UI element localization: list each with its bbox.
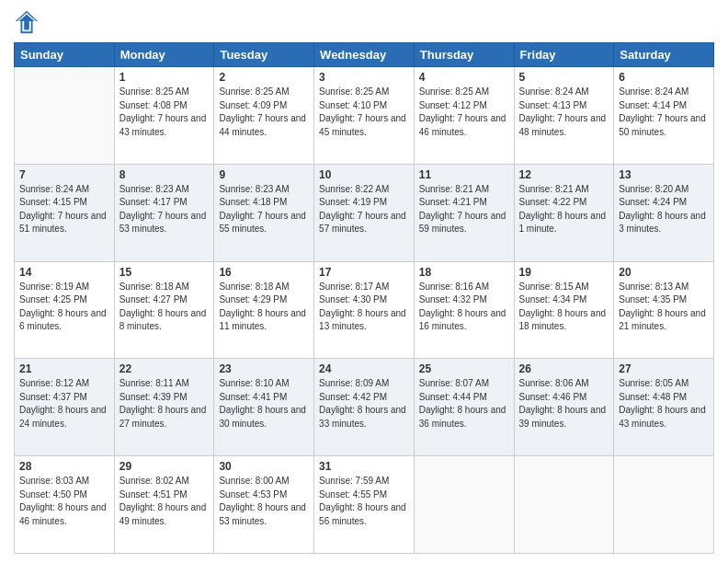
day-info: Sunrise: 8:02 AMSunset: 4:51 PMDaylight:… [119, 475, 210, 528]
calendar-cell: 3Sunrise: 8:25 AMSunset: 4:10 PMDaylight… [314, 67, 415, 165]
calendar-cell: 28Sunrise: 8:03 AMSunset: 4:50 PMDayligh… [15, 456, 115, 554]
day-info: Sunrise: 8:19 AMSunset: 4:25 PMDaylight:… [19, 281, 109, 334]
day-info: Sunrise: 8:17 AMSunset: 4:30 PMDaylight:… [319, 281, 409, 334]
header [14, 9, 714, 35]
calendar-cell: 7Sunrise: 8:24 AMSunset: 4:15 PMDaylight… [15, 164, 115, 261]
day-info: Sunrise: 8:10 AMSunset: 4:41 PMDaylight:… [219, 377, 309, 431]
day-info: Sunrise: 8:05 AMSunset: 4:48 PMDaylight:… [619, 377, 709, 431]
day-info: Sunrise: 8:20 AMSunset: 4:24 PMDaylight:… [619, 183, 709, 236]
day-number: 8 [119, 168, 210, 181]
calendar-table: SundayMondayTuesdayWednesdayThursdayFrid… [14, 42, 714, 554]
day-number: 13 [619, 168, 709, 181]
calendar-cell: 21Sunrise: 8:12 AMSunset: 4:37 PMDayligh… [15, 359, 115, 456]
day-number: 30 [219, 460, 309, 473]
calendar-cell: 12Sunrise: 8:21 AMSunset: 4:22 PMDayligh… [514, 164, 614, 261]
calendar-cell: 6Sunrise: 8:24 AMSunset: 4:14 PMDaylight… [614, 67, 714, 165]
calendar-cell [514, 456, 614, 554]
calendar-week-row: 14Sunrise: 8:19 AMSunset: 4:25 PMDayligh… [15, 261, 714, 359]
day-info: Sunrise: 8:07 AMSunset: 4:44 PMDaylight:… [419, 377, 509, 431]
calendar-cell: 5Sunrise: 8:24 AMSunset: 4:13 PMDaylight… [514, 67, 614, 165]
day-number: 10 [319, 168, 409, 181]
day-info: Sunrise: 8:03 AMSunset: 4:50 PMDaylight:… [19, 475, 109, 528]
day-number: 23 [219, 362, 309, 375]
calendar-cell: 14Sunrise: 8:19 AMSunset: 4:25 PMDayligh… [15, 261, 115, 359]
day-info: Sunrise: 8:00 AMSunset: 4:53 PMDaylight:… [219, 475, 309, 528]
day-info: Sunrise: 8:25 AMSunset: 4:08 PMDaylight:… [119, 86, 210, 139]
calendar-cell: 4Sunrise: 8:25 AMSunset: 4:12 PMDaylight… [414, 67, 514, 165]
calendar-header-row: SundayMondayTuesdayWednesdayThursdayFrid… [15, 43, 714, 67]
calendar-header-wednesday: Wednesday [314, 43, 415, 67]
day-info: Sunrise: 8:16 AMSunset: 4:32 PMDaylight:… [419, 281, 509, 334]
day-number: 9 [219, 168, 309, 181]
day-number: 28 [19, 460, 109, 473]
calendar-header-thursday: Thursday [414, 43, 514, 67]
day-number: 29 [119, 460, 210, 473]
calendar-week-row: 1Sunrise: 8:25 AMSunset: 4:08 PMDaylight… [15, 67, 714, 165]
day-info: Sunrise: 8:25 AMSunset: 4:12 PMDaylight:… [419, 86, 509, 139]
day-info: Sunrise: 8:06 AMSunset: 4:46 PMDaylight:… [519, 377, 609, 431]
calendar-cell: 15Sunrise: 8:18 AMSunset: 4:27 PMDayligh… [114, 261, 214, 359]
day-info: Sunrise: 8:25 AMSunset: 4:10 PMDaylight:… [319, 86, 409, 139]
calendar-cell: 19Sunrise: 8:15 AMSunset: 4:34 PMDayligh… [514, 261, 614, 359]
calendar-header-sunday: Sunday [15, 43, 115, 67]
calendar-cell: 26Sunrise: 8:06 AMSunset: 4:46 PMDayligh… [514, 359, 614, 456]
day-number: 14 [19, 266, 109, 279]
day-number: 12 [519, 168, 609, 181]
day-info: Sunrise: 8:18 AMSunset: 4:29 PMDaylight:… [219, 281, 309, 334]
calendar-header-monday: Monday [114, 43, 214, 67]
calendar-week-row: 28Sunrise: 8:03 AMSunset: 4:50 PMDayligh… [15, 456, 714, 554]
day-number: 25 [419, 362, 509, 375]
calendar-cell: 30Sunrise: 8:00 AMSunset: 4:53 PMDayligh… [214, 456, 314, 554]
calendar-cell: 9Sunrise: 8:23 AMSunset: 4:18 PMDaylight… [214, 164, 314, 261]
logo-icon [14, 9, 40, 35]
calendar-cell: 27Sunrise: 8:05 AMSunset: 4:48 PMDayligh… [614, 359, 714, 456]
calendar-cell: 1Sunrise: 8:25 AMSunset: 4:08 PMDaylight… [114, 67, 214, 165]
day-info: Sunrise: 8:15 AMSunset: 4:34 PMDaylight:… [519, 281, 609, 334]
day-info: Sunrise: 8:11 AMSunset: 4:39 PMDaylight:… [119, 377, 210, 431]
calendar-cell: 13Sunrise: 8:20 AMSunset: 4:24 PMDayligh… [614, 164, 714, 261]
calendar-week-row: 7Sunrise: 8:24 AMSunset: 4:15 PMDaylight… [15, 164, 714, 261]
day-info: Sunrise: 8:22 AMSunset: 4:19 PMDaylight:… [319, 183, 409, 236]
day-number: 22 [119, 362, 210, 375]
day-number: 11 [419, 168, 509, 181]
day-number: 20 [619, 266, 709, 279]
calendar-cell: 8Sunrise: 8:23 AMSunset: 4:17 PMDaylight… [114, 164, 214, 261]
day-number: 18 [419, 266, 509, 279]
day-number: 17 [319, 266, 409, 279]
calendar-header-friday: Friday [514, 43, 614, 67]
day-number: 26 [519, 362, 609, 375]
calendar-cell: 31Sunrise: 7:59 AMSunset: 4:55 PMDayligh… [314, 456, 415, 554]
day-info: Sunrise: 8:09 AMSunset: 4:42 PMDaylight:… [319, 377, 409, 431]
day-info: Sunrise: 8:18 AMSunset: 4:27 PMDaylight:… [119, 281, 210, 334]
day-number: 19 [519, 266, 609, 279]
day-info: Sunrise: 8:23 AMSunset: 4:18 PMDaylight:… [219, 183, 309, 236]
day-number: 16 [219, 266, 309, 279]
day-number: 21 [19, 362, 109, 375]
calendar-cell: 24Sunrise: 8:09 AMSunset: 4:42 PMDayligh… [314, 359, 415, 456]
calendar-cell: 16Sunrise: 8:18 AMSunset: 4:29 PMDayligh… [214, 261, 314, 359]
page: SundayMondayTuesdayWednesdayThursdayFrid… [0, 0, 728, 563]
day-number: 7 [19, 168, 109, 181]
calendar-cell: 20Sunrise: 8:13 AMSunset: 4:35 PMDayligh… [614, 261, 714, 359]
day-number: 5 [519, 71, 609, 84]
day-info: Sunrise: 7:59 AMSunset: 4:55 PMDaylight:… [319, 475, 409, 528]
calendar-header-saturday: Saturday [614, 43, 714, 67]
day-number: 31 [319, 460, 409, 473]
day-info: Sunrise: 8:12 AMSunset: 4:37 PMDaylight:… [19, 377, 109, 431]
day-number: 24 [319, 362, 409, 375]
day-number: 1 [119, 71, 210, 84]
day-number: 3 [319, 71, 409, 84]
day-info: Sunrise: 8:24 AMSunset: 4:15 PMDaylight:… [19, 183, 109, 236]
calendar-cell: 29Sunrise: 8:02 AMSunset: 4:51 PMDayligh… [114, 456, 214, 554]
calendar-week-row: 21Sunrise: 8:12 AMSunset: 4:37 PMDayligh… [15, 359, 714, 456]
day-info: Sunrise: 8:25 AMSunset: 4:09 PMDaylight:… [219, 86, 309, 139]
calendar-cell [15, 67, 115, 165]
day-number: 2 [219, 71, 309, 84]
calendar-cell: 2Sunrise: 8:25 AMSunset: 4:09 PMDaylight… [214, 67, 314, 165]
day-number: 27 [619, 362, 709, 375]
day-info: Sunrise: 8:21 AMSunset: 4:21 PMDaylight:… [419, 183, 509, 236]
calendar-cell: 22Sunrise: 8:11 AMSunset: 4:39 PMDayligh… [114, 359, 214, 456]
calendar-cell: 10Sunrise: 8:22 AMSunset: 4:19 PMDayligh… [314, 164, 415, 261]
calendar-cell: 25Sunrise: 8:07 AMSunset: 4:44 PMDayligh… [414, 359, 514, 456]
calendar-cell: 11Sunrise: 8:21 AMSunset: 4:21 PMDayligh… [414, 164, 514, 261]
